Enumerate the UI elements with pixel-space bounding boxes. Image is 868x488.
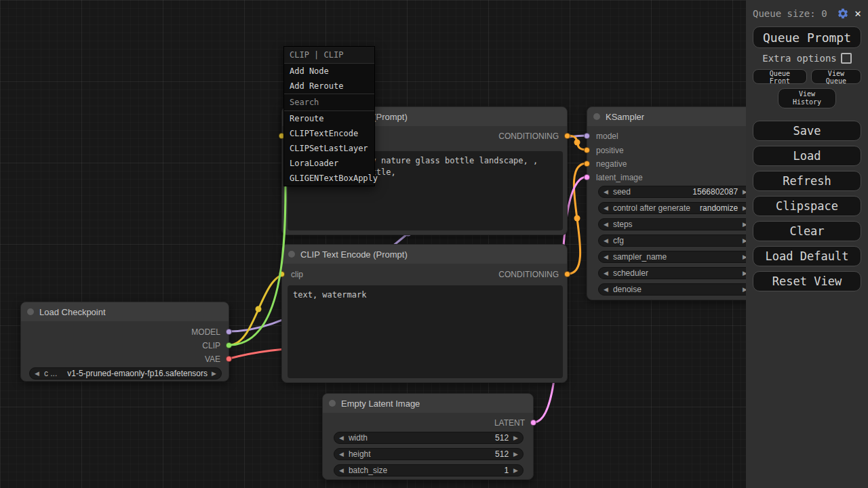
output-slot-vae[interactable] [226,356,232,362]
node-title-bar[interactable]: Empty Latent Image [323,394,533,413]
collapse-dot[interactable] [593,113,600,120]
output-slot-latent[interactable] [530,420,536,426]
ckpt-name-combo[interactable]: ◀ c ... v1-5-pruned-emaonly-fp16.safeten… [29,367,222,380]
widget-steps[interactable]: ◀ steps ▶ [598,218,753,230]
widget-height[interactable]: ◀ height 512 ▶ [334,448,524,460]
widget-batch-size[interactable]: ◀ batch_size 1 ▶ [334,464,524,476]
load-button[interactable]: Load [753,146,861,166]
widget-control-after-generate[interactable]: ◀ control after generate randomize ▶ [598,202,753,214]
dragging-clip-wire [229,187,285,345]
menu-item-cliptextencode[interactable]: CLIPTextEncode [284,126,374,141]
extra-options-label: Extra options [762,53,837,64]
decrement-arrow-icon[interactable]: ◀ [604,251,608,263]
widget-label: seed [613,187,631,197]
queue-front-button[interactable]: Queue Front [753,69,807,84]
menu-search-input[interactable] [287,96,372,108]
increment-arrow-icon[interactable]: ▶ [513,432,518,444]
output-slot-conditioning[interactable] [564,271,570,277]
queue-prompt-button[interactable]: Queue Prompt [753,26,861,48]
widget-value: 512 [490,433,513,443]
combo-left-arrow-icon[interactable]: ◀ [35,367,39,380]
context-menu-title: CLIP | CLIP [284,47,374,64]
decrement-arrow-icon[interactable]: ◀ [339,464,344,476]
decrement-arrow-icon[interactable]: ◀ [604,235,608,247]
widget-value: 1 [499,466,513,475]
collapse-dot[interactable] [288,251,295,258]
settings-gear-icon[interactable] [837,7,849,20]
reset-view-button[interactable]: Reset View [753,271,861,291]
decrement-arrow-icon[interactable]: ◀ [604,186,608,198]
node-graph-canvas[interactable]: Load Checkpoint MODEL CLIP VAE ◀ c ... v… [0,0,868,488]
clipspace-button[interactable]: Clipspace [753,196,861,216]
widget-label: control after generate [613,203,690,213]
input-slot-clip[interactable] [279,271,285,277]
widget-seed[interactable]: ◀ seed 1566802087 ▶ [598,186,753,198]
close-icon[interactable]: ✕ [854,8,861,19]
menu-item-gligentextboxapply[interactable]: GLIGENTextBoxApply [284,171,374,186]
decrement-arrow-icon[interactable]: ◀ [604,267,608,279]
node-title-bar[interactable]: Load Checkpoint [21,302,229,321]
widget-scheduler[interactable]: ◀ scheduler ▶ [598,267,753,279]
output-label-vae: VAE [205,354,220,364]
prompt-textarea[interactable]: text, watermark [288,285,563,378]
decrement-arrow-icon[interactable]: ◀ [604,283,608,296]
increment-arrow-icon[interactable]: ▶ [513,464,518,476]
refresh-button[interactable]: Refresh [753,171,861,191]
link-clip-midpoint-dot [256,306,262,312]
widget-label: height [349,449,371,459]
input-slot-model[interactable] [584,133,590,139]
input-label-negative: negative [596,159,627,169]
output-label-conditioning: CONDITIONING [498,131,559,141]
widget-denoise[interactable]: ◀ denoise ▶ [598,283,753,296]
node-title-bar[interactable]: KSampler [587,107,762,126]
combo-value: v1-5-pruned-emaonly-fp16.safetensors [62,369,212,378]
output-slot-conditioning[interactable] [564,133,570,139]
load-default-button[interactable]: Load Default [753,246,861,266]
widget-cfg[interactable]: ◀ cfg ▶ [598,235,753,247]
input-slot-negative[interactable] [584,161,590,167]
combo-right-arrow-icon[interactable]: ▶ [212,367,216,380]
input-slot-latent-image[interactable] [584,174,590,180]
decrement-arrow-icon[interactable]: ◀ [339,432,344,444]
node-ksampler[interactable]: KSampler model positive negative latent_… [587,106,763,300]
widget-value: 512 [490,449,513,459]
increment-arrow-icon[interactable]: ▶ [513,448,518,460]
node-empty-latent-image[interactable]: Empty Latent Image LATENT ◀ width 512 ▶ … [322,393,534,480]
menu-item-reroute[interactable]: Reroute [284,111,374,126]
decrement-arrow-icon[interactable]: ◀ [604,202,608,214]
node-title: Load Checkpoint [39,307,106,317]
extra-options-checkbox[interactable] [841,53,852,64]
input-slot-positive[interactable] [584,147,590,153]
output-label-conditioning: CONDITIONING [498,270,559,279]
node-load-checkpoint[interactable]: Load Checkpoint MODEL CLIP VAE ◀ c ... v… [20,302,229,382]
queue-size-label: Queue size: 0 [753,8,831,19]
node-title: Empty Latent Image [341,399,420,409]
node-title-bar[interactable]: CLIP Text Encode (Prompt) [282,245,567,264]
widget-value: 1566802087 [688,187,743,197]
output-slot-clip[interactable] [226,342,232,348]
widget-width[interactable]: ◀ width 512 ▶ [334,432,524,444]
collapse-dot[interactable] [27,308,34,315]
decrement-arrow-icon[interactable]: ◀ [604,218,608,230]
clear-button[interactable]: Clear [753,221,861,241]
menu-item-loraloader[interactable]: LoraLoader [284,156,374,171]
menu-item-add-reroute[interactable]: Add Reroute [284,79,374,94]
link-positive-midpoint-dot [574,140,580,146]
menu-search-container [284,94,374,111]
node-title: CLIP Text Encode (Prompt) [300,249,408,260]
decrement-arrow-icon[interactable]: ◀ [339,448,344,460]
save-button[interactable]: Save [753,121,861,141]
comfyui-menu-panel: Queue size: 0 ✕ Queue Prompt Extra optio… [746,0,868,488]
input-label-positive: positive [596,146,624,155]
output-slot-model[interactable] [226,329,232,335]
output-label-model: MODEL [191,327,220,337]
link-negative-wire [568,163,587,274]
menu-item-clipsetlastlayer[interactable]: CLIPSetLastLayer [284,141,374,156]
collapse-dot[interactable] [329,400,336,407]
menu-item-add-node[interactable]: Add Node [284,64,374,79]
widget-sampler-name[interactable]: ◀ sampler_name ▶ [598,251,753,263]
link-negative-midpoint-dot [574,216,580,222]
view-queue-button[interactable]: View Queue [811,69,861,84]
node-clip-text-encode-negative[interactable]: CLIP Text Encode (Prompt) clip CONDITION… [281,244,568,383]
view-history-button[interactable]: View History [778,88,836,108]
